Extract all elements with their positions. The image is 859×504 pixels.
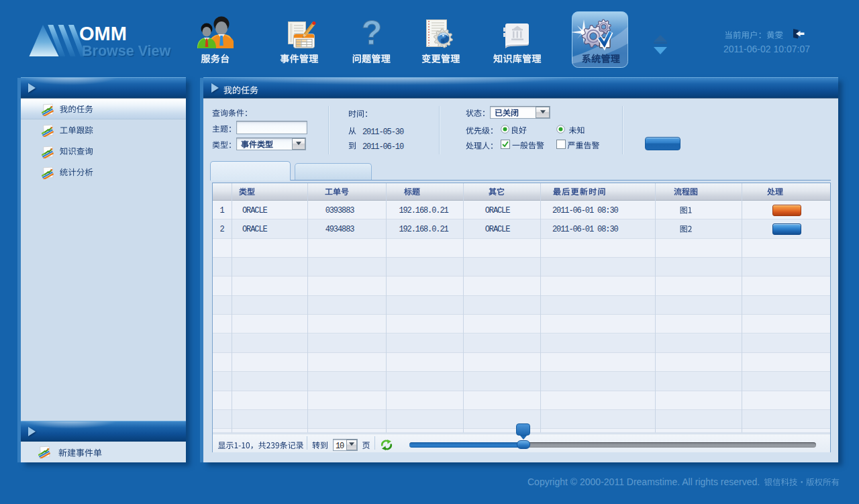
svg-text:Browse View: Browse View (82, 43, 171, 59)
svg-text:OMM: OMM (79, 23, 127, 44)
svg-text:?: ? (362, 17, 383, 50)
